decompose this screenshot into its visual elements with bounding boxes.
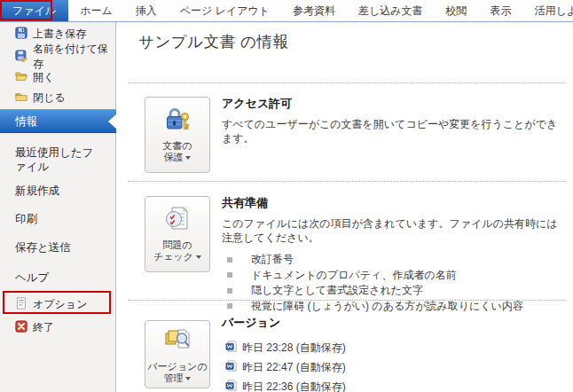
prepare-sharing-section: 共有準備 このファイルには次の項目が含まれています。ファイルの共有時には注意して… bbox=[222, 195, 568, 314]
backstage-sidebar: 上書き保存 名前を付けて保存 開く 閉じる 情報 最近使用したファイル 新規作成… bbox=[0, 22, 116, 392]
tab-custom-word[interactable]: 活用しよう!ワード bbox=[523, 0, 573, 21]
section-body: すべてのユーザーがこの文書を開いてコピーや変更を行うことができます。 bbox=[222, 117, 568, 145]
versions-section: バージョン 昨日 23:28 (自動保存) 昨日 22:47 (自動保存) 昨日… bbox=[222, 315, 568, 392]
version-item-label: 昨日 23:28 (自動保存) bbox=[242, 341, 346, 356]
bullet-square-icon bbox=[227, 303, 232, 309]
list-item: 改訂番号 bbox=[222, 252, 568, 268]
dropdown-arrow-icon bbox=[196, 255, 201, 259]
tab-references[interactable]: 参考資料 bbox=[281, 0, 347, 21]
version-item[interactable]: 昨日 23:28 (自動保存) bbox=[222, 338, 568, 357]
list-item: 隠し文字として書式設定された文字 bbox=[222, 283, 568, 299]
button-label-line1: バージョンの bbox=[147, 361, 207, 372]
sidebar-item-label: オプション bbox=[33, 297, 87, 312]
tab-home[interactable]: ホーム bbox=[68, 0, 124, 21]
list-item: 視覚に障碍 (しょうがい) のある方が読み取りにくい内容 bbox=[222, 299, 568, 315]
list-item-label: 改訂番号 bbox=[251, 252, 294, 267]
folder-search-icon bbox=[163, 326, 192, 357]
word-document-icon bbox=[225, 380, 237, 392]
lock-key-icon bbox=[163, 106, 192, 137]
section-body: このファイルには次の項目が含まれています。ファイルの共有時には注意してください。 bbox=[222, 216, 568, 245]
section-divider bbox=[128, 300, 566, 301]
section-divider bbox=[128, 181, 566, 182]
sidebar-item-label: 情報 bbox=[15, 115, 37, 128]
section-heading: バージョン bbox=[222, 315, 568, 331]
button-label-line2: チェック bbox=[153, 251, 193, 262]
sidebar-item-label: 開く bbox=[33, 70, 54, 85]
word-document-icon bbox=[225, 360, 237, 374]
options-icon bbox=[15, 297, 27, 312]
list-item: ドキュメントのプロパティ、作成者の名前 bbox=[222, 268, 568, 284]
page-title: サンプル文書 の情報 bbox=[138, 31, 288, 52]
sidebar-item-help[interactable]: ヘルプ bbox=[0, 270, 116, 285]
button-label-line2: 保護 bbox=[163, 152, 183, 162]
list-item-label: 隠し文字として書式設定された文字 bbox=[251, 283, 423, 298]
version-item-label: 昨日 22:47 (自動保存) bbox=[242, 360, 346, 375]
version-item[interactable]: 昨日 22:47 (自動保存) bbox=[222, 357, 568, 377]
sidebar-item-new[interactable]: 新規作成 bbox=[0, 184, 116, 198]
save-as-icon bbox=[15, 50, 27, 65]
check-issues-icon bbox=[163, 205, 192, 236]
word-document-icon bbox=[225, 341, 237, 355]
exit-icon bbox=[15, 320, 27, 335]
sidebar-item-info[interactable]: 情報 bbox=[0, 109, 116, 133]
closed-folder-icon bbox=[15, 90, 27, 106]
protect-document-button[interactable]: 文書の保護 bbox=[145, 97, 210, 173]
save-icon bbox=[15, 27, 27, 42]
sidebar-item-close[interactable]: 閉じる bbox=[0, 88, 116, 107]
sidebar-item-recent[interactable]: 最近使用したファイル bbox=[0, 145, 116, 174]
tab-page-layout[interactable]: ページ レイアウト bbox=[169, 0, 281, 21]
button-label-line2: 管理 bbox=[163, 372, 183, 383]
version-item[interactable]: 昨日 22:36 (自動保存) bbox=[222, 377, 568, 392]
tab-mailings[interactable]: 差し込み文書 bbox=[347, 0, 435, 21]
sidebar-item-open[interactable]: 開く bbox=[0, 67, 116, 87]
sidebar-item-save-as[interactable]: 名前を付けて保存 bbox=[0, 47, 116, 67]
dropdown-arrow-icon bbox=[185, 156, 191, 160]
sidebar-item-save-and-send[interactable]: 保存と送信 bbox=[0, 240, 116, 255]
check-for-issues-button-label: 問題のチェック bbox=[153, 239, 201, 263]
button-label-line1: 問題の bbox=[162, 239, 192, 250]
list-item-label: ドキュメントのプロパティ、作成者の名前 bbox=[251, 268, 457, 283]
tab-view[interactable]: 表示 bbox=[479, 0, 523, 21]
sidebar-item-print[interactable]: 印刷 bbox=[0, 212, 116, 226]
word-backstage-view: ファイル ホーム 挿入 ページ レイアウト 参考資料 差し込み文書 校閲 表示 … bbox=[0, 0, 573, 392]
tab-review[interactable]: 校閲 bbox=[435, 0, 479, 21]
permissions-section: アクセス許可 すべてのユーザーがこの文書を開いてコピーや変更を行うことができます… bbox=[222, 96, 568, 145]
protect-document-button-label: 文書の保護 bbox=[162, 140, 192, 163]
button-label-line1: 文書の bbox=[162, 140, 192, 151]
sidebar-item-label: 終了 bbox=[33, 320, 54, 335]
tab-insert[interactable]: 挿入 bbox=[124, 0, 169, 21]
sidebar-item-label: 閉じる bbox=[33, 90, 66, 106]
sidebar-item-save[interactable]: 上書き保存 bbox=[0, 24, 116, 43]
check-for-issues-button[interactable]: 問題のチェック bbox=[145, 196, 210, 272]
version-list: 昨日 23:28 (自動保存) 昨日 22:47 (自動保存) 昨日 22:36… bbox=[222, 338, 568, 392]
dropdown-arrow-icon bbox=[185, 377, 191, 380]
sidebar-item-exit[interactable]: 終了 bbox=[0, 318, 116, 337]
tab-file[interactable]: ファイル bbox=[0, 0, 68, 21]
selected-item-arrow bbox=[108, 114, 116, 129]
section-heading: 共有準備 bbox=[222, 195, 568, 211]
section-divider bbox=[128, 82, 566, 83]
section-heading: アクセス許可 bbox=[222, 96, 568, 112]
ribbon-tab-bar: ファイル ホーム 挿入 ページ レイアウト 参考資料 差し込み文書 校閲 表示 … bbox=[0, 0, 573, 22]
bullet-square-icon bbox=[227, 257, 232, 263]
sidebar-item-label: 上書き保存 bbox=[33, 27, 86, 42]
version-item-label: 昨日 22:36 (自動保存) bbox=[242, 380, 346, 392]
info-pane: サンプル文書 の情報 文書の保護 アクセス許可 すべてのユーザーがこの文書を開い… bbox=[117, 22, 573, 392]
bullet-square-icon bbox=[227, 288, 232, 294]
sharing-issues-list: 改訂番号 ドキュメントのプロパティ、作成者の名前 隠し文字として書式設定された文… bbox=[222, 252, 568, 314]
open-folder-icon bbox=[15, 70, 27, 85]
sidebar-item-options[interactable]: オプション bbox=[0, 294, 116, 314]
manage-versions-button-label: バージョンの管理 bbox=[147, 361, 207, 384]
manage-versions-button[interactable]: バージョンの管理 bbox=[145, 320, 210, 388]
bullet-square-icon bbox=[227, 272, 232, 278]
list-item-label: 視覚に障碍 (しょうがい) のある方が読み取りにくい内容 bbox=[251, 299, 523, 314]
